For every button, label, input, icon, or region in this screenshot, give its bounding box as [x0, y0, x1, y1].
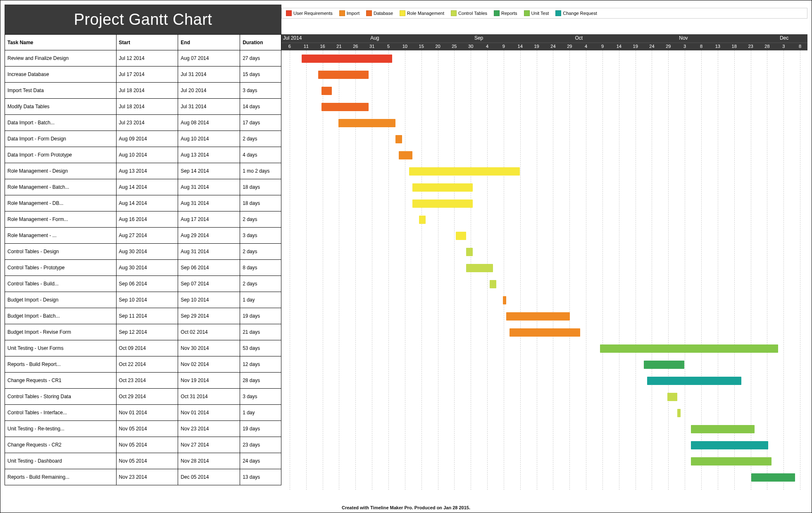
gantt-bar[interactable] [321, 87, 331, 95]
gridline [783, 50, 784, 490]
gantt-bar[interactable] [506, 312, 570, 321]
gridline [355, 50, 356, 490]
td-end: Aug 31 2014 [178, 244, 240, 260]
gantt-bar[interactable] [510, 328, 580, 337]
gridline [685, 50, 685, 490]
td-start: Oct 23 2014 [117, 373, 179, 389]
gantt-bar[interactable] [751, 473, 795, 482]
legend-swatch [494, 10, 500, 16]
td-duration: 3 days [240, 389, 281, 405]
td-duration: 18 days [240, 179, 281, 195]
gantt-bar[interactable] [691, 457, 772, 466]
gantt-bar[interactable] [691, 441, 768, 449]
td-end: Aug 31 2014 [178, 179, 240, 195]
footer-text: Created with Timeline Maker Pro. Produce… [0, 505, 812, 510]
table-row: Budget Import - Revise FormSep 12 2014Oc… [5, 324, 281, 340]
gridline [306, 50, 307, 490]
axis-day-label: 8 [693, 44, 710, 49]
gridline [372, 50, 372, 490]
td-end: Sep 10 2014 [178, 292, 240, 308]
td-start: Aug 09 2014 [117, 131, 179, 147]
gantt-bar[interactable] [466, 248, 473, 256]
table-row: Data Import - Batch...Jul 23 2014Aug 08 … [5, 115, 281, 131]
td-start: Aug 27 2014 [117, 228, 179, 244]
td-start: Nov 05 2014 [117, 421, 179, 437]
gantt-bar[interactable] [466, 264, 493, 272]
axis-day-label: 19 [529, 44, 545, 49]
gantt-bar[interactable] [667, 393, 677, 401]
gantt-bar[interactable] [419, 216, 426, 224]
gridline [751, 50, 751, 490]
gantt-bar[interactable] [503, 296, 506, 304]
legend-swatch [400, 10, 405, 16]
plot-area [281, 50, 807, 490]
axis-month-label: Aug [370, 35, 379, 41]
td-duration: 19 days [240, 421, 281, 437]
gridline [553, 50, 553, 490]
legend-label: Unit Test [531, 11, 549, 16]
td-start: Jul 23 2014 [117, 115, 179, 131]
gantt-bar[interactable] [399, 151, 412, 159]
td-duration: 1 mo 2 days [240, 163, 281, 179]
gridline [323, 50, 323, 490]
table-row: Change Requests - CR1Oct 23 2014Nov 19 2… [5, 373, 281, 389]
axis-day-label: 31 [364, 44, 380, 49]
legend-swatch [339, 10, 345, 16]
gantt-bar[interactable] [600, 344, 778, 353]
axis-day-label: 18 [726, 44, 743, 49]
td-task: Change Requests - CR1 [5, 373, 117, 389]
main: Task Name Start End Duration Review and … [5, 34, 807, 490]
table-row: Control Tables - Interface...Nov 01 2014… [5, 405, 281, 421]
gantt-bar[interactable] [490, 280, 496, 288]
gantt-bar[interactable] [456, 232, 466, 240]
gantt-bar[interactable] [412, 183, 473, 192]
gantt-bar[interactable] [412, 200, 473, 208]
gridline [767, 50, 767, 490]
axis-day-label: 8 [792, 44, 807, 49]
gridline [734, 50, 735, 490]
gridline [388, 50, 389, 490]
td-duration: 19 days [240, 308, 281, 324]
td-end: Dec 05 2014 [178, 469, 240, 485]
td-task: Reports - Build Remaining... [5, 469, 117, 485]
gantt-bar[interactable] [302, 55, 392, 63]
gantt-bar[interactable] [409, 167, 520, 176]
td-start: Aug 16 2014 [117, 211, 179, 228]
td-end: Nov 02 2014 [178, 356, 240, 373]
td-task: Control Tables - Interface... [5, 405, 117, 421]
axis-day-label: 19 [627, 44, 644, 49]
td-duration: 2 days [240, 211, 281, 228]
gantt-bar[interactable] [338, 119, 395, 127]
legend-swatch [451, 10, 457, 16]
gantt-bar[interactable] [644, 361, 684, 369]
gantt-bar[interactable] [647, 377, 741, 385]
gantt-bar[interactable] [318, 71, 369, 79]
legend-item: Role Management [400, 10, 444, 16]
td-end: Nov 27 2014 [178, 437, 240, 453]
gridline [520, 50, 521, 490]
gridline [668, 50, 669, 490]
legend-label: Import [347, 11, 360, 16]
axis-day-label: 29 [561, 44, 578, 49]
gridline [701, 50, 702, 490]
axis-day-label: 13 [710, 44, 726, 49]
axis-month-label: Jul 2014 [283, 35, 302, 41]
td-task: Control Tables - Build... [5, 276, 117, 292]
gantt-bar[interactable] [395, 135, 402, 143]
legend-swatch [555, 10, 561, 16]
gantt-bar[interactable] [691, 425, 755, 433]
gantt-bar[interactable] [677, 409, 681, 417]
gridline [504, 50, 504, 490]
th-start: Start [117, 34, 179, 50]
gantt-chart: Jul 2014AugSepOctNovDec 6111621263151015… [281, 34, 807, 490]
table-row: Role Management - DB...Aug 14 2014Aug 31… [5, 195, 281, 211]
legend-swatch [286, 10, 292, 16]
gantt-bar[interactable] [321, 103, 369, 111]
axis-day-label: 4 [578, 44, 594, 49]
page-title: Project Gantt Chart [5, 5, 281, 34]
legend-label: User Requirements [293, 11, 333, 16]
td-task: Data Import - Form Design [5, 131, 117, 147]
table-row: Control Tables - PrototypeAug 30 2014Sep… [5, 260, 281, 276]
table-row: Unit Testing - User FormsOct 09 2014Nov … [5, 340, 281, 356]
td-end: Sep 06 2014 [178, 260, 240, 276]
